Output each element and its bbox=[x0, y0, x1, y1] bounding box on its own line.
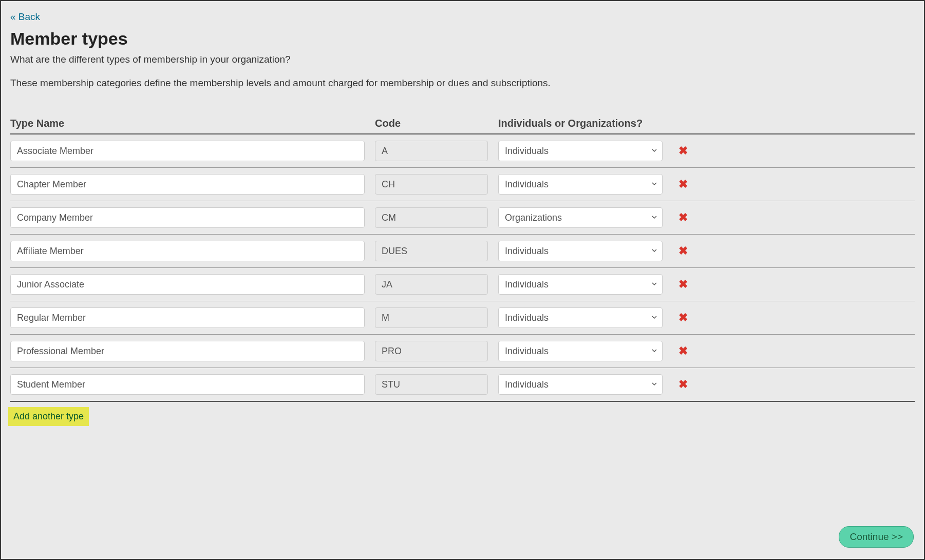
type-name-input[interactable] bbox=[10, 341, 365, 361]
type-code-input bbox=[375, 274, 488, 295]
delete-row-button[interactable]: ✖ bbox=[676, 276, 690, 293]
table-row: IndividualsOrganizations✖ bbox=[10, 368, 915, 402]
page-title: Member types bbox=[10, 29, 915, 49]
table-row: IndividualsOrganizations✖ bbox=[10, 168, 915, 201]
delete-row-button[interactable]: ✖ bbox=[676, 309, 690, 326]
delete-row-button[interactable]: ✖ bbox=[676, 209, 690, 226]
delete-icon: ✖ bbox=[678, 244, 688, 257]
page-subtitle: What are the different types of membersh… bbox=[10, 54, 915, 65]
back-link[interactable]: « Back bbox=[10, 11, 40, 23]
delete-row-button[interactable]: ✖ bbox=[676, 242, 690, 260]
type-name-input[interactable] bbox=[10, 241, 365, 261]
table-row: IndividualsOrganizations✖ bbox=[10, 235, 915, 268]
type-name-input[interactable] bbox=[10, 174, 365, 195]
table-row: IndividualsOrganizations✖ bbox=[10, 268, 915, 301]
type-code-input bbox=[375, 341, 488, 361]
type-name-input[interactable] bbox=[10, 274, 365, 295]
delete-icon: ✖ bbox=[678, 278, 688, 291]
delete-icon: ✖ bbox=[678, 311, 688, 324]
individuals-or-organizations-select[interactable]: IndividualsOrganizations bbox=[498, 274, 663, 295]
individuals-or-organizations-select[interactable]: IndividualsOrganizations bbox=[498, 207, 663, 228]
table-row: IndividualsOrganizations✖ bbox=[10, 301, 915, 335]
type-code-input bbox=[375, 241, 488, 261]
individuals-or-organizations-select[interactable]: IndividualsOrganizations bbox=[498, 241, 663, 261]
page-frame: « Back Member types What are the differe… bbox=[0, 0, 925, 560]
table-row: IndividualsOrganizations✖ bbox=[10, 335, 915, 368]
delete-icon: ✖ bbox=[678, 144, 688, 157]
type-name-input[interactable] bbox=[10, 207, 365, 228]
individuals-or-organizations-select[interactable]: IndividualsOrganizations bbox=[498, 307, 663, 328]
add-another-type-button[interactable]: Add another type bbox=[8, 407, 89, 426]
column-header-name: Type Name bbox=[10, 118, 375, 129]
member-types-table: Type Name Code Individuals or Organizati… bbox=[10, 118, 915, 402]
type-code-input bbox=[375, 374, 488, 395]
individuals-or-organizations-select[interactable]: IndividualsOrganizations bbox=[498, 341, 663, 361]
column-header-code: Code bbox=[375, 118, 498, 129]
type-name-input[interactable] bbox=[10, 307, 365, 328]
delete-row-button[interactable]: ✖ bbox=[676, 342, 690, 360]
delete-icon: ✖ bbox=[678, 211, 688, 224]
type-name-input[interactable] bbox=[10, 141, 365, 161]
type-code-input bbox=[375, 207, 488, 228]
table-row: IndividualsOrganizations✖ bbox=[10, 201, 915, 235]
individuals-or-organizations-select[interactable]: IndividualsOrganizations bbox=[498, 374, 663, 395]
delete-icon: ✖ bbox=[678, 344, 688, 357]
delete-row-button[interactable]: ✖ bbox=[676, 376, 690, 393]
table-row: IndividualsOrganizations✖ bbox=[10, 134, 915, 168]
individuals-or-organizations-select[interactable]: IndividualsOrganizations bbox=[498, 141, 663, 161]
delete-icon: ✖ bbox=[678, 378, 688, 391]
column-header-select: Individuals or Organizations? bbox=[498, 118, 673, 129]
table-header-row: Type Name Code Individuals or Organizati… bbox=[10, 118, 915, 134]
type-code-input bbox=[375, 141, 488, 161]
page-description: These membership categories define the m… bbox=[10, 78, 915, 89]
delete-row-button[interactable]: ✖ bbox=[676, 176, 690, 193]
type-code-input bbox=[375, 307, 488, 328]
individuals-or-organizations-select[interactable]: IndividualsOrganizations bbox=[498, 174, 663, 195]
delete-row-button[interactable]: ✖ bbox=[676, 142, 690, 160]
continue-button[interactable]: Continue >> bbox=[839, 526, 914, 548]
delete-icon: ✖ bbox=[678, 178, 688, 190]
type-name-input[interactable] bbox=[10, 374, 365, 395]
type-code-input bbox=[375, 174, 488, 195]
